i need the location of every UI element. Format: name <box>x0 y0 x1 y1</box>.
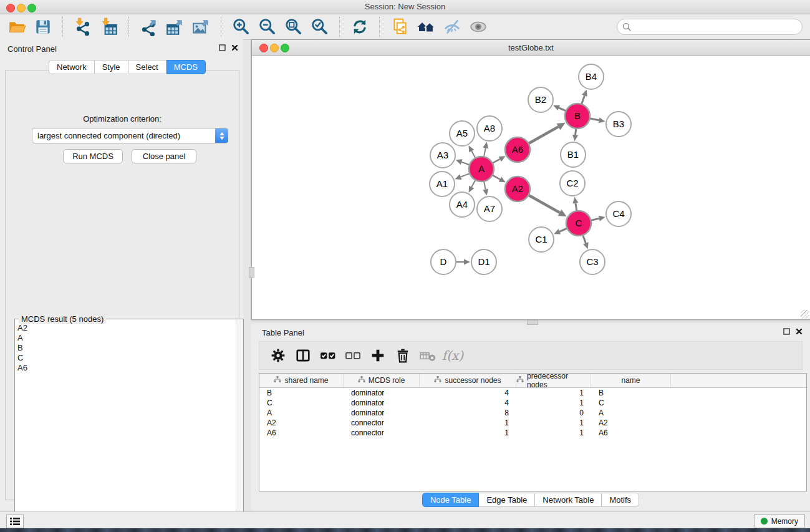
tab-mcds[interactable]: MCDS <box>166 60 206 74</box>
duplicate-network-icon[interactable] <box>387 16 413 37</box>
table-cell[interactable]: 1 <box>516 398 591 408</box>
settings-gear-icon[interactable] <box>266 344 291 367</box>
add-row-icon[interactable] <box>365 344 390 367</box>
vertical-splitter-handle[interactable] <box>249 267 254 278</box>
column-header-filler <box>671 374 806 387</box>
edge-A6-B[interactable] <box>528 127 559 144</box>
node-label: B1 <box>567 149 579 160</box>
mcds-result-list: A2ABCA6 <box>16 323 236 528</box>
table-cell[interactable]: A2 <box>259 418 344 428</box>
open-file-icon[interactable] <box>4 16 30 37</box>
table-cell[interactable]: A6 <box>259 428 344 438</box>
criterion-dropdown[interactable]: largest connected component (directed) <box>32 128 228 143</box>
table-cell[interactable]: 8 <box>420 408 516 418</box>
select-all-icon[interactable] <box>316 344 340 367</box>
memory-button[interactable]: Memory <box>754 514 805 528</box>
tab-motifs[interactable]: Motifs <box>602 493 639 507</box>
table-cell[interactable]: 4 <box>420 398 516 408</box>
network-window-titlebar[interactable]: testGlobe.txt <box>252 40 810 56</box>
table-cell[interactable]: connector <box>344 418 420 428</box>
table-cell[interactable]: dominator <box>344 388 420 398</box>
table-cell[interactable]: 1 <box>516 418 591 428</box>
tab-select[interactable]: Select <box>128 60 166 74</box>
search-box[interactable] <box>617 19 803 35</box>
node-label: C <box>576 218 582 228</box>
zoom-fit-icon[interactable] <box>281 16 307 37</box>
result-scrollbar[interactable] <box>236 320 243 528</box>
node-label: B4 <box>586 71 597 82</box>
table-row[interactable]: A6connector11A6 <box>259 428 806 438</box>
task-history-button[interactable] <box>6 515 24 528</box>
show-details-icon[interactable] <box>465 16 491 37</box>
tab-network[interactable]: Network <box>49 60 95 74</box>
column-header-shared-name[interactable]: shared name <box>259 374 344 387</box>
table-cell[interactable]: 0 <box>516 408 591 418</box>
import-table-icon[interactable] <box>96 16 122 37</box>
table-cell[interactable]: A <box>591 408 671 418</box>
table-cell[interactable]: 1 <box>420 428 516 438</box>
table-row[interactable]: Bdominator41B <box>259 388 806 398</box>
float-icon[interactable] <box>219 44 226 51</box>
column-header-name[interactable]: name <box>591 374 671 387</box>
result-item[interactable]: C <box>16 353 236 363</box>
node-label: A4 <box>456 199 468 210</box>
column-header-predecessor-nodes[interactable]: predecessor nodes <box>516 374 591 387</box>
tab-edge-table[interactable]: Edge Table <box>479 493 535 507</box>
table-cell[interactable]: A2 <box>591 418 671 428</box>
refresh-icon[interactable] <box>347 16 373 37</box>
table-row[interactable]: Adominator80A <box>259 408 806 418</box>
deselect-all-icon[interactable] <box>340 344 365 367</box>
table-cell[interactable]: 1 <box>420 418 516 428</box>
table-cell[interactable]: 1 <box>516 388 591 398</box>
close-icon[interactable] <box>796 328 803 335</box>
hide-details-icon[interactable] <box>439 16 465 37</box>
table-row[interactable]: Cdominator41C <box>259 398 806 408</box>
tab-node-table[interactable]: Node Table <box>422 493 480 507</box>
table-cell[interactable]: connector <box>344 428 420 438</box>
home-icon[interactable] <box>413 16 439 37</box>
close-panel-button[interactable]: Close panel <box>132 149 196 163</box>
resize-grip-icon[interactable] <box>801 310 809 319</box>
zoom-selected-icon[interactable] <box>307 16 333 37</box>
network-canvas[interactable]: AA1A2A3A4A5A6A7A8BB1B2B3B4CC1C2C3C4DD1 <box>252 56 809 319</box>
result-item[interactable]: B <box>16 343 236 353</box>
node-table: shared nameMCDS rolesuccessor nodesprede… <box>259 373 807 491</box>
zoom-in-icon[interactable] <box>228 16 254 37</box>
run-mcds-button[interactable]: Run MCDS <box>63 149 123 163</box>
table-cell[interactable]: B <box>591 388 671 398</box>
import-network-icon[interactable] <box>70 16 96 37</box>
save-icon[interactable] <box>30 16 56 37</box>
zoom-out-icon[interactable] <box>254 16 281 37</box>
memory-status-dot <box>761 518 768 525</box>
export-image-icon[interactable] <box>188 16 215 37</box>
table-row[interactable]: A2connector11A2 <box>259 418 806 428</box>
edge-A2-C[interactable] <box>528 195 560 213</box>
table-cell[interactable]: B <box>259 388 344 398</box>
column-header-successor-nodes[interactable]: successor nodes <box>420 374 516 387</box>
search-input[interactable] <box>634 21 802 33</box>
table-cell[interactable]: A <box>259 408 344 418</box>
table-cell[interactable]: dominator <box>344 398 420 408</box>
table-cell[interactable]: dominator <box>344 408 420 418</box>
table-cell[interactable]: C <box>591 398 671 408</box>
result-item[interactable]: A6 <box>16 363 236 373</box>
float-icon[interactable] <box>783 328 790 335</box>
network-graph[interactable]: AA1A2A3A4A5A6A7A8BB1B2B3B4CC1C2C3C4DD1 <box>252 56 809 319</box>
close-icon[interactable] <box>231 44 238 51</box>
horizontal-splitter-handle[interactable] <box>527 320 538 325</box>
delete-row-icon[interactable] <box>390 344 415 367</box>
column-layout-icon[interactable] <box>291 344 316 367</box>
column-header-MCDS-role[interactable]: MCDS role <box>344 374 420 387</box>
table-cell[interactable]: 1 <box>516 428 591 438</box>
export-table-icon[interactable] <box>162 16 188 37</box>
task-list-icon <box>9 517 21 526</box>
result-item[interactable]: A2 <box>16 323 236 333</box>
table-cell[interactable]: A6 <box>591 428 671 438</box>
table-cell[interactable]: C <box>259 398 344 408</box>
tab-style[interactable]: Style <box>95 60 128 74</box>
export-network-icon[interactable] <box>136 16 162 37</box>
tab-network-table[interactable]: Network Table <box>535 493 602 507</box>
table-cell[interactable]: 4 <box>420 388 516 398</box>
result-item[interactable]: A <box>16 333 236 343</box>
node-label: A1 <box>436 178 448 189</box>
